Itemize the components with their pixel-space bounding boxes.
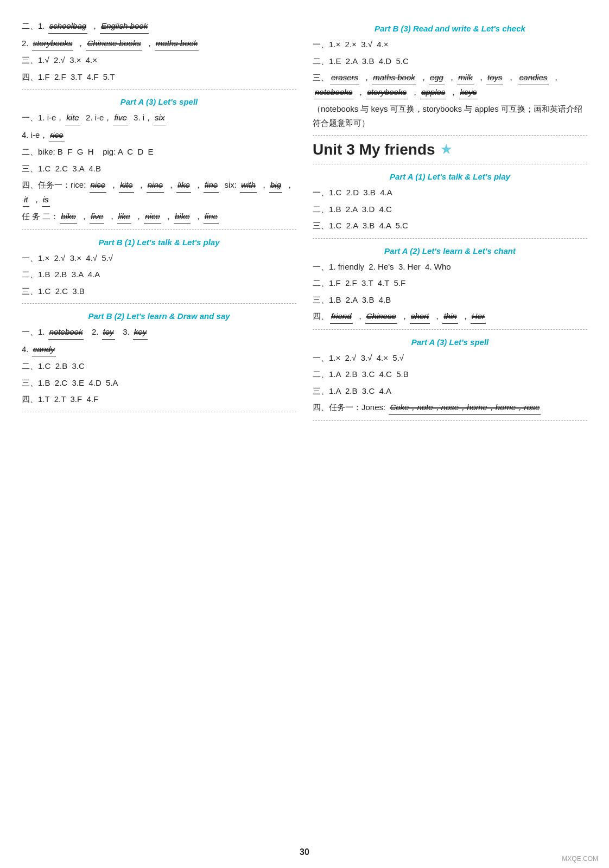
ans-nice: nice [90, 178, 107, 193]
ans-friend: friend [330, 309, 353, 324]
ans-toys: toys [486, 71, 504, 85]
section-partA3-right: Part A (3) Let's spell 一、1.× 2.√ 3.√ 4.×… [313, 337, 587, 415]
divider-5 [313, 135, 587, 136]
star-icon: ★ [441, 143, 452, 157]
partA2-row1: 一、1. friendly 2. He's 3. Her 4. Who [313, 260, 587, 274]
partA3-row5: 四、任务一：rice: nice ，kite ，nine ，like ，fine… [22, 178, 296, 207]
left-column: 二、1. schoolbag ，English book 2. storyboo… [22, 16, 296, 426]
partA3-r-row3: 三、1.A 2.B 3.C 4.A [313, 384, 587, 398]
partB3-title: Part B (3) Read and write & Let's check [313, 24, 587, 33]
partA1-row1: 一、1.C 2.D 3.B 4.A [313, 186, 587, 200]
ans-jones-words: Coke，note，nose，home，home，rose [389, 400, 541, 415]
unit3-title: Unit 3 My friends ★ [313, 141, 587, 158]
partB2-row3: 二、1.C 2.B 3.C [22, 359, 296, 373]
section-partB3: Part B (3) Read and write & Let's check … [313, 24, 587, 130]
ans-fine: fine [204, 178, 219, 193]
partB3-row1: 一、1.× 2.× 3.√ 4.× [313, 37, 587, 52]
partA1-row2: 二、1.B 2.A 3.D 4.C [313, 202, 587, 216]
partB1-title: Part B (1) Let's talk & Let's play [22, 238, 296, 247]
partA3-row2: 4. i-e，rice [22, 128, 296, 143]
row-san-1: 三、1.√ 2.√ 3.× 4.× [22, 53, 296, 67]
ans-five2: five [90, 209, 104, 224]
partA2-right-title: Part A (2) Let's learn & Let's chant [313, 246, 587, 256]
partA3-right-title: Part A (3) Let's spell [313, 337, 587, 347]
section-schoolbag: 二、1. schoolbag ，English book 2. storyboo… [22, 19, 296, 84]
partA3-row4: 三、1.C 2.C 3.A 4.B [22, 162, 296, 176]
ans-five: five [113, 111, 128, 125]
ans-toy: toy [102, 325, 115, 340]
divider-9 [313, 420, 587, 421]
section-partA3-left: Part A (3) Let's spell 一、1. i-e，kite 2. … [22, 97, 296, 224]
partA3-row1: 一、1. i-e，kite 2. i-e，five 3. i，six [22, 111, 296, 125]
divider-6 [313, 164, 587, 164]
unit3-section: Unit 3 My friends ★ [313, 141, 587, 158]
partB2-title: Part B (2) Let's learn & Draw and say [22, 311, 296, 321]
ans-candies: candies [518, 71, 549, 85]
partA3-r-row2: 二、1.A 2.B 3.C 4.C 5.B [313, 367, 587, 381]
section-partB1: Part B (1) Let's talk & Let's play 一、1.×… [22, 238, 296, 298]
ans-nine: nine [147, 178, 164, 193]
partA3-left-title: Part A (3) Let's spell [22, 97, 296, 106]
row-si-1: 四、1.F 2.F 3.T 4.F 5.T [22, 70, 296, 84]
partB1-row3: 三、1.C 2.C 3.B [22, 284, 296, 298]
partA3-r-row4: 四、任务一：Jones: Coke，note，nose，home，home，ro… [313, 400, 587, 415]
ans-rice: rice [49, 128, 64, 143]
ans-thin: thin [442, 309, 458, 324]
ans-six: six [154, 111, 166, 125]
ans-apples: apples [420, 85, 446, 100]
row-2: 2. storybooks ，Chinese books ，maths book [22, 36, 296, 51]
ans-is: is [42, 193, 50, 207]
answer-storybooks: storybooks [32, 36, 74, 51]
watermark: MXQE.COM [562, 855, 598, 863]
ans-erasers: erasers [330, 71, 359, 85]
ans-with: with [240, 178, 257, 193]
partB2-row2: 4. candy [22, 342, 296, 357]
ans-notebooks: notebooks [314, 85, 353, 100]
partB3-row3: 三、erasers ，maths book ，egg ，milk ，toys ，… [313, 71, 587, 99]
ans-her: Her [471, 309, 486, 324]
ans-key: key [133, 325, 148, 340]
ans-short: short [410, 309, 430, 324]
ans-storybooks2: storybooks [366, 85, 408, 100]
ans-like2: like [117, 209, 132, 224]
ans-keys: keys [459, 85, 478, 100]
ans-it: it [23, 193, 29, 207]
divider-3 [22, 303, 296, 304]
divider-7 [313, 238, 587, 239]
ans-chinese2: Chinese [365, 309, 397, 324]
divider-8 [313, 329, 587, 330]
ans-maths-book2: maths book [372, 71, 416, 85]
divider-2 [22, 229, 296, 230]
partA2-row3: 三、1.B 2.A 3.B 4.B [313, 293, 587, 307]
ans-egg: egg [429, 71, 445, 85]
row-er-1: 二、1. schoolbag ，English book [22, 19, 296, 34]
ans-nice2: nice [144, 209, 161, 224]
page-number: 30 [300, 847, 309, 857]
partA1-row3: 三、1.C 2.A 3.B 4.A 5.C [313, 219, 587, 233]
answer-english-book: English book [100, 19, 149, 34]
partB1-row1: 一、1.× 2.√ 3.× 4.√ 5.√ [22, 251, 296, 265]
partB3-row4: （notebooks 与 keys 可互换，storybooks 与 apple… [313, 102, 587, 130]
partA1-right-title: Part A (1) Let's talk & Let's play [313, 172, 587, 181]
partB1-row2: 二、1.B 2.B 3.A 4.A [22, 267, 296, 282]
ans-bike2: bike [174, 209, 191, 224]
partB2-row1: 一、1. notebook 2. toy 3. key [22, 325, 296, 340]
section-partA1-right: Part A (1) Let's talk & Let's play 一、1.C… [313, 172, 587, 233]
partB2-row5: 四、1.T 2.T 3.F 4.F [22, 392, 296, 406]
partB3-row2: 二、1.E 2.A 3.B 4.D 5.C [313, 54, 587, 68]
answer-schoolbag: schoolbag [48, 19, 87, 34]
ans-kite2: kite [119, 178, 134, 193]
ans-kite: kite [65, 111, 80, 125]
partA2-row2: 二、1.F 2.F 3.T 4.T 5.F [313, 276, 587, 290]
divider-4 [22, 412, 296, 412]
partA3-r-row1: 一、1.× 2.√ 3.√ 4.× 5.√ [313, 351, 587, 365]
unit3-title-text: Unit 3 My friends [313, 141, 435, 158]
partA3-row6: 任 务 二：bike ，five ，like ，nice ，bike ，fine [22, 209, 296, 224]
ans-candy: candy [32, 342, 56, 357]
partB2-row4: 三、1.B 2.C 3.E 4.D 5.A [22, 376, 296, 390]
answer-maths-book: maths book [155, 36, 199, 51]
section-partA2-right: Part A (2) Let's learn & Let's chant 一、1… [313, 246, 587, 324]
ans-big: big [269, 178, 282, 193]
partA3-row3: 二、bike: B F G H pig: A C D E [22, 145, 296, 159]
ans-milk: milk [457, 71, 474, 85]
